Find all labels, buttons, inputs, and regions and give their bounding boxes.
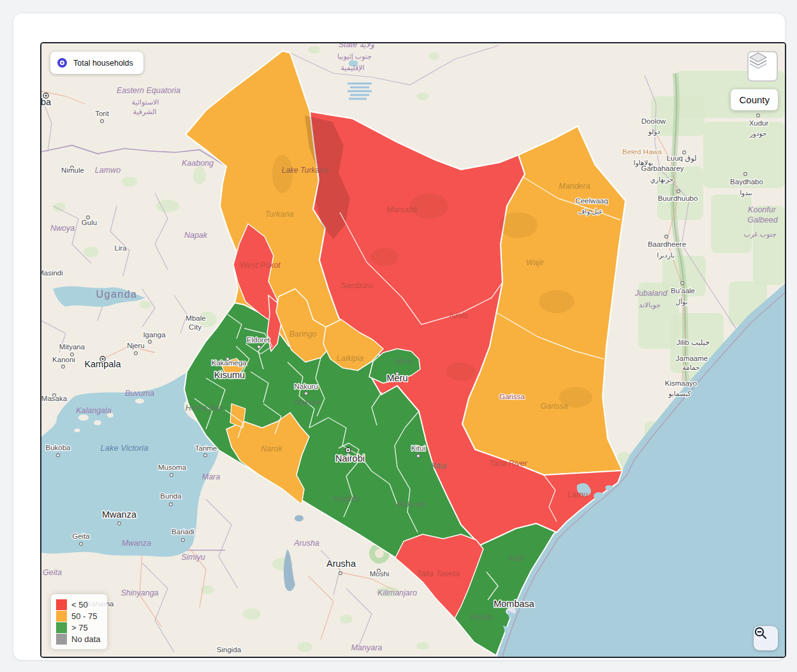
map-legend: < 50 50 - 75 > 75 No data: [51, 594, 107, 649]
map-label-garbahaarey: Garbahaarey: [641, 164, 684, 172]
legend-row: > 75: [56, 622, 101, 633]
map-label--: جوبالاند: [639, 301, 661, 309]
map-label-buurdhuubo: Buurdhuubo: [658, 194, 698, 202]
map-label-bu-aale: Bu'aale: [671, 287, 695, 295]
total-households-control[interactable]: Total households: [50, 52, 143, 74]
map-viewport[interactable]: baEastern EquatoriaالاستوائيةالشرقيةStat…: [40, 42, 786, 658]
map-label-nakuru: Nakuru: [294, 383, 318, 390]
map-label--: كيسمايو: [668, 390, 691, 398]
map-label--: باردىرا: [657, 251, 675, 259]
map-label-tarime: Tarime: [195, 444, 217, 452]
legend-label: < 50: [71, 600, 88, 610]
map-label-iganga: Iganga: [143, 331, 166, 339]
legend-label: No data: [71, 634, 101, 644]
map-label-arusha: Arusha: [293, 539, 319, 548]
map-label-jamaame: Jamaame: [676, 354, 708, 362]
map-label-nakuru: Nakuru: [295, 398, 320, 407]
map-label-kilimanjaro: Kilimanjaro: [377, 588, 417, 597]
map-label-meru: Meru: [386, 373, 407, 383]
zoom-out-button[interactable]: [754, 626, 778, 650]
legend-swatch-orange: [56, 611, 67, 622]
map-label-mbale: Mbale: [186, 314, 205, 322]
legend-label: > 75: [71, 623, 88, 632]
legend-swatch-gray: [56, 634, 67, 645]
map-label-kismaayo: Kismaayo: [665, 379, 698, 387]
zoom-out-icon: [754, 626, 768, 640]
map-label-moshi: Moshi: [370, 570, 390, 578]
page-background: { "colors":{"accent":"#4742d8","red":"#f…: [0, 0, 797, 672]
map-label-jubaland: Jubaland: [634, 289, 668, 298]
map-label-baringo: Baringo: [289, 330, 316, 339]
map-label-kisumu: Kisumu: [214, 370, 245, 380]
map-label-lake-turkana: Lake Turkana: [282, 166, 328, 175]
map-label-kanoni: Kanoni: [52, 356, 75, 363]
kenya-choropleth-map: baEastern EquatoriaالاستوائيةالشرقيةStat…: [41, 43, 785, 657]
map-label-kaabong: Kaabong: [182, 159, 214, 168]
map-label-state-: State ولاية: [339, 43, 374, 50]
map-label-baardheere: Baardheere: [648, 240, 686, 248]
map-label--: جربهاري: [650, 175, 674, 184]
map-label-bukoba: Bukoba: [45, 444, 71, 451]
map-label-shinyanga: Shinyanga: [121, 588, 158, 597]
map-label--: جنوب إثيوبيا: [337, 52, 372, 61]
map-label-bariadi: Bariadi: [172, 528, 194, 536]
legend-swatch-red: [56, 599, 67, 610]
map-label-mandera: Mandera: [559, 182, 590, 191]
layer-option-county[interactable]: County: [731, 89, 778, 110]
map-label-eastern-equatoria: Eastern Equatoria: [117, 86, 180, 95]
map-label-mwanza: Mwanza: [102, 509, 137, 520]
map-label-isiolo: Isiolo: [449, 311, 467, 320]
map-label-uganda: Uganda: [96, 289, 137, 300]
map-label-singida: Singida: [217, 646, 242, 654]
map-label-ceelwaaq: Ceelwaaq: [575, 197, 608, 205]
map-label-beled-hawa: Beled Hawa: [622, 148, 662, 156]
map-label-geita: Geita: [43, 568, 62, 577]
map-label-mityana: Mityana: [59, 343, 85, 351]
map-label-garissa: Garissa: [499, 393, 525, 400]
map-label-meru: Meru: [395, 357, 413, 366]
map-label-ba: ba: [41, 97, 52, 107]
map-label-masaka: Masaka: [41, 395, 68, 402]
map-label-mwanza: Mwanza: [122, 539, 152, 548]
map-label-kalangala: Kalangala: [76, 406, 112, 415]
map-label-lake-victoria: Lake Victoria: [101, 443, 149, 453]
map-label-baydhabo: Baydhabo: [730, 178, 763, 186]
map-label-wajir: Wajir: [526, 258, 545, 267]
map-label-kajiado: Kajiado: [333, 494, 360, 503]
map-label-turkana: Turkana: [265, 210, 294, 219]
map-label-kakamega: Kakamega: [212, 359, 247, 367]
map-label-arusha: Arusha: [326, 559, 356, 569]
map-label-torit: Torit: [95, 110, 110, 117]
map-label--: الإقليمية: [340, 64, 364, 72]
map-label-gulu: Gulu: [82, 219, 97, 226]
map-label-njeru: Njeru: [127, 342, 144, 349]
legend-row: No data: [56, 633, 101, 645]
map-label-taita-taveta: Taita Taveta: [416, 569, 459, 578]
map-label-musoma: Musoma: [158, 464, 187, 471]
map-label-nairobi: Nairobi: [335, 453, 365, 464]
map-label-tana-river: Tana River: [489, 459, 528, 468]
layers-control-button[interactable]: [747, 51, 778, 82]
map-label-jilib-: Jilib جيليب: [676, 339, 710, 346]
map-label-bunda: Bunda: [160, 492, 182, 500]
map-label-xudur: Xudur: [749, 119, 769, 127]
map-label--: جنوب غرب: [743, 230, 776, 238]
map-label-kwale: Kwale: [471, 613, 492, 622]
map-label-kitui: Kitui: [411, 444, 425, 452]
map-label-simiyu: Simiyu: [181, 553, 205, 562]
map-label-napak: Napak: [184, 231, 208, 240]
map-label-laikipia: Laikipia: [337, 354, 363, 363]
legend-row: < 50: [56, 599, 101, 610]
map-label-koonfur: Koonfur: [748, 205, 777, 214]
radio-selected-icon[interactable]: [57, 58, 67, 68]
map-label-lamwo: Lamwo: [95, 166, 121, 175]
map-label-kilifi: Kilifi: [509, 554, 525, 563]
map-label--: بوأل: [676, 297, 688, 306]
map-label-marsabit: Marsabit: [386, 205, 417, 214]
map-label--: الشرقية: [133, 108, 157, 116]
map-label-luuq-: Luuq لوق: [666, 154, 696, 163]
map-label-kitui: Kitui: [431, 462, 448, 471]
radio-label: Total households: [73, 59, 133, 68]
map-label--: عيل واف: [578, 207, 603, 215]
map-label--: حودور: [749, 129, 767, 138]
